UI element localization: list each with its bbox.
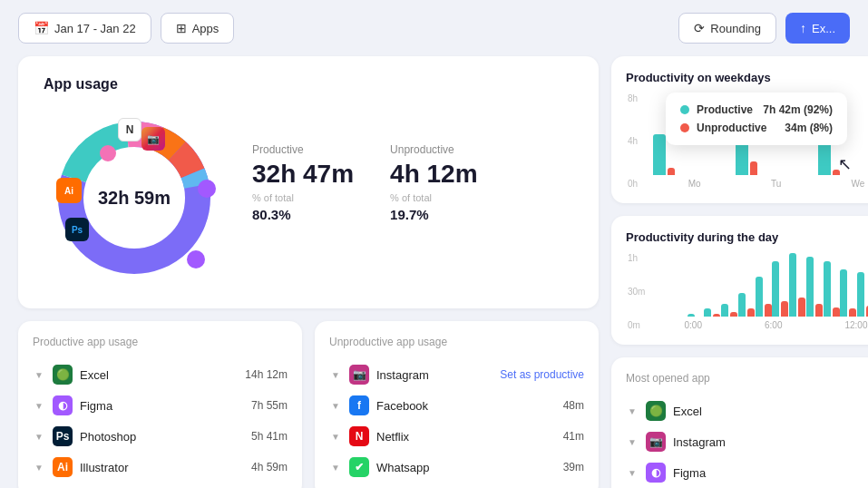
day-bar-group xyxy=(721,304,736,317)
tooltip-unproductive-value: 34m (8%) xyxy=(785,122,833,134)
date-range-button[interactable]: 📅 Jan 17 - Jan 22 xyxy=(18,13,151,44)
app-name: Excel xyxy=(80,368,238,382)
day-bar-group xyxy=(840,269,855,317)
tooltip-unproductive-label: Unproductive xyxy=(697,122,777,134)
productive-label: Productive xyxy=(252,143,354,156)
tooltip-productive-label: Productive xyxy=(697,103,756,116)
day-unproductive-bar xyxy=(765,304,772,317)
tooltip-productive-row: Productive 7h 42m (92%) xyxy=(680,103,833,116)
app-name: Figma xyxy=(80,399,244,413)
unproductive-label: Unproductive xyxy=(390,143,478,156)
day-x-axis: 0:00 6:00 12:00 18:00 24: xyxy=(653,320,868,330)
app-time: 14h 12m xyxy=(245,368,288,381)
donut-total-time: 32h 59m xyxy=(98,188,171,209)
app-icon-sm: 🟢 xyxy=(53,365,73,385)
most-opened-app-row: ▼ 📷 Instagram xyxy=(626,426,868,457)
day-chart-wrapper: 1h 30m 0m 0:00 6:00 12:00 18:00 24: xyxy=(653,253,868,330)
unproductive-app-row: ▼ 📷 Instagram Set as productive xyxy=(329,359,584,390)
productive-apps-rows: ▼ 🟢 Excel 14h 12m ▼ ◐ Figma 7h 55m ▼ Ps … xyxy=(33,359,288,483)
app-usage-card: App usage xyxy=(18,56,599,308)
day-unproductive-bar xyxy=(849,308,856,317)
chevron-icon: ▼ xyxy=(329,430,342,443)
day-bar-group xyxy=(704,308,719,317)
day-productive-bar xyxy=(840,269,847,317)
most-opened-app-row: ▼ 🟢 Excel xyxy=(626,395,868,426)
app-name: Whatsapp xyxy=(376,461,556,474)
day-chart-title: Productivity during the day xyxy=(626,230,868,244)
app-time: 7h 55m xyxy=(251,399,288,412)
app-time: 4h 59m xyxy=(251,461,288,473)
day-productive-bar xyxy=(756,277,763,317)
app-time: 48m xyxy=(563,399,584,412)
main-content: App usage xyxy=(0,56,868,488)
apps-button[interactable]: ⊞ Apps xyxy=(161,13,235,44)
chevron-icon: ▼ xyxy=(626,405,639,417)
unproductive-value: 4h 12m xyxy=(390,160,478,189)
day-unproductive-bar xyxy=(747,308,755,317)
unproductive-app-row: ▼ N Netflix 41m xyxy=(329,421,584,452)
day-productive-bar xyxy=(824,261,831,317)
unproductive-app-row: ▼ f Facebook 48m xyxy=(329,390,584,421)
day-bar-group xyxy=(824,261,839,317)
weekdays-y-axis: 8h 4h 0h xyxy=(628,93,638,189)
chevron-icon: ▼ xyxy=(33,461,45,473)
most-opened-card: Most opened app ▼ 🟢 Excel ▼ 📷 Instagram … xyxy=(611,357,868,488)
day-chart-card: Productivity during the day 1h 30m 0m 0:… xyxy=(611,216,868,345)
day-bar-group xyxy=(738,293,754,317)
unproductive-stat: Unproductive 4h 12m % of total 19.7% xyxy=(390,143,478,222)
day-productive-bar xyxy=(738,293,746,317)
day-bar-group xyxy=(670,315,686,317)
day-productive-bar xyxy=(857,272,864,317)
unproductive-bar xyxy=(750,161,757,175)
unproductive-apps-title: Unproductive app usage xyxy=(329,336,584,348)
productive-app-list: Productive app usage ▼ 🟢 Excel 14h 12m ▼… xyxy=(18,321,302,488)
right-panel: Productivity on weekdays 8h 4h 0h MoTuWe… xyxy=(611,56,868,488)
productive-pct-label: % of total xyxy=(252,192,354,203)
app-icon-sm: 📷 xyxy=(646,432,666,452)
bottom-grid: Productive app usage ▼ 🟢 Excel 14h 12m ▼… xyxy=(18,321,599,488)
weekdays-chart-title: Productivity on weekdays xyxy=(626,71,868,84)
day-y-axis: 1h 30m 0m xyxy=(628,253,645,330)
most-opened-title: Most opened app xyxy=(626,372,868,385)
app-icon-sm: N xyxy=(349,426,369,446)
app-icon-sm: 📷 xyxy=(349,365,369,385)
day-unproductive-bar xyxy=(713,314,720,317)
most-opened-app-row: ▼ ◐ Figma xyxy=(626,457,868,488)
unproductive-bar xyxy=(668,168,675,175)
day-bar-group xyxy=(688,314,703,317)
left-panel: App usage xyxy=(18,56,599,488)
day-unproductive-bar xyxy=(833,307,840,317)
app-name: Figma xyxy=(673,466,868,480)
day-bar-chart xyxy=(653,253,868,317)
set-productive-link[interactable]: Set as productive xyxy=(500,368,584,381)
chevron-icon: ▼ xyxy=(626,466,639,479)
stats-section: Productive 32h 47m % of total 80.3% Unpr… xyxy=(252,143,478,222)
chevron-icon: ▼ xyxy=(626,435,639,448)
productive-apps-title: Productive app usage xyxy=(33,336,288,348)
app-icon-sm: f xyxy=(349,395,369,415)
tooltip-productive-dot xyxy=(680,105,689,114)
app-name: Photoshop xyxy=(80,430,244,444)
export-label: Ex... xyxy=(812,22,835,35)
chevron-icon: ▼ xyxy=(33,399,45,412)
export-button[interactable]: ↑ Ex... xyxy=(785,13,850,44)
day-bar-group xyxy=(756,277,771,317)
productive-stat: Productive 32h 47m % of total 80.3% xyxy=(252,143,354,222)
chevron-icon: ▼ xyxy=(33,368,45,381)
tooltip-productive-value: 7h 42m (92%) xyxy=(763,103,833,116)
app-time: 41m xyxy=(563,430,584,443)
productive-bar xyxy=(653,134,666,175)
app-icon-sm: ◐ xyxy=(53,395,73,415)
donut-chart: N 📷 Ps Ai 32h 59m xyxy=(44,107,225,288)
chevron-icon: ▼ xyxy=(329,368,342,381)
productive-pct: 80.3% xyxy=(252,207,354,222)
day-unproductive-bar xyxy=(798,298,805,317)
rounding-button[interactable]: ⟳ Rounding xyxy=(678,13,776,44)
app-icon-sm: Ai xyxy=(53,457,73,477)
productive-app-row: ▼ 🟢 Excel 14h 12m xyxy=(33,359,288,390)
day-bar-group xyxy=(772,261,787,317)
productive-value: 32h 47m xyxy=(252,160,354,189)
day-bar-group xyxy=(789,253,805,317)
app-icon-sm: ◐ xyxy=(646,463,666,483)
app-usage-title: App usage xyxy=(44,76,225,93)
